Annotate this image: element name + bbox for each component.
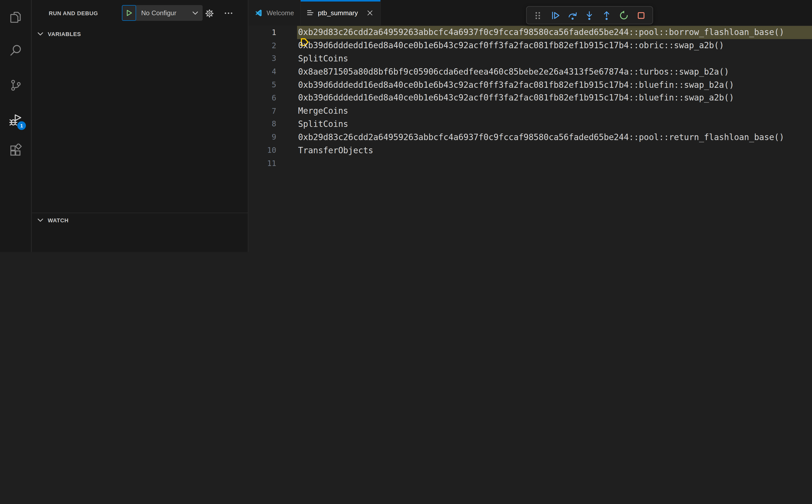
restart-button[interactable]	[617, 9, 631, 22]
code-editor[interactable]: 1 0xb29d83c26cdd2a64959263abbcfc4a6937f0…	[249, 26, 812, 170]
line-number: 9	[261, 133, 276, 142]
code-line[interactable]: 8 SplitCoins	[249, 117, 812, 131]
step-out-button[interactable]	[600, 9, 613, 22]
configure-gear-icon[interactable]	[203, 7, 216, 20]
line-text[interactable]: SplitCoins	[297, 117, 812, 131]
line-number: 3	[261, 54, 276, 63]
editor-group: Welcome ptb_summary	[249, 0, 812, 252]
tab-label: Welcome	[266, 9, 294, 16]
line-number: 5	[261, 80, 276, 89]
run-and-debug-icon[interactable]: 1	[4, 108, 28, 132]
activity-bar: 1 1	[0, 0, 31, 252]
tab-welcome[interactable]: Welcome	[249, 0, 301, 25]
line-text[interactable]: 0x8ae871505a80d8bf6bf9c05906cda6edfeea46…	[297, 65, 812, 78]
breakpoint-margin[interactable]	[249, 131, 261, 144]
vscode-logo-icon	[255, 9, 262, 16]
drag-handle-icon[interactable]	[532, 9, 545, 22]
breakpoint-margin[interactable]	[249, 78, 261, 91]
code-line[interactable]: 6 0xb39d6dddedd16ed8a40ce0b1e6b43c92acf0…	[249, 91, 812, 105]
chevron-down-icon	[38, 218, 43, 222]
run-and-debug-sidebar: RUN AND DEBUG No Configur VARIABLES WATC…	[32, 0, 248, 252]
tab-ptb-summary[interactable]: ptb_summary	[301, 0, 381, 25]
breakpoint-margin[interactable]	[249, 144, 261, 157]
breakpoint-margin[interactable]	[249, 91, 261, 105]
breakpoint-margin[interactable]	[249, 26, 261, 39]
code-line[interactable]: 4 0x8ae871505a80d8bf6bf9c05906cda6edfeea…	[249, 65, 812, 78]
line-text[interactable]	[297, 157, 812, 170]
code-line[interactable]: 9 0xb29d83c26cdd2a64959263abbcfc4a6937f0…	[249, 131, 812, 144]
line-number: 8	[261, 120, 276, 129]
code-line[interactable]: 3 SplitCoins	[249, 52, 812, 65]
stop-button[interactable]	[634, 9, 648, 22]
breakpoint-margin[interactable]	[249, 117, 261, 131]
continue-button[interactable]	[549, 9, 562, 22]
start-debugging-button[interactable]	[122, 5, 136, 21]
step-into-button[interactable]	[583, 9, 596, 22]
breakpoint-margin[interactable]	[249, 105, 261, 118]
breakpoint-margin[interactable]	[249, 157, 261, 170]
line-text[interactable]: TransferObjects	[297, 144, 812, 157]
line-number: 10	[261, 146, 276, 155]
line-text[interactable]: 0xb39d6dddedd16ed8a40ce0b1e6b43c92acf0ff…	[297, 39, 812, 52]
line-text[interactable]: 0xb39d6dddedd16ed8a40ce0b1e6b43c92acf0ff…	[297, 91, 812, 105]
close-icon[interactable]	[366, 9, 374, 17]
breakpoint-margin[interactable]	[249, 52, 261, 65]
section-header-variables[interactable]: VARIABLES	[32, 27, 248, 41]
chevron-down-icon	[192, 11, 198, 15]
code-line[interactable]: 10 TransferObjects	[249, 144, 812, 157]
code-line[interactable]: 5 0xb39d6dddedd16ed8a40ce0b1e6b43c92acf0…	[249, 78, 812, 91]
breakpoint-margin[interactable]	[249, 65, 261, 78]
line-text[interactable]: 0xb29d83c26cdd2a64959263abbcfc4a6937f0c9…	[297, 26, 812, 39]
vscode-window: 1 1 RUN AND DEBUG No Configur	[0, 0, 812, 252]
line-text[interactable]: 0xb29d83c26cdd2a64959263abbcfc4a6937f0c9…	[297, 131, 812, 144]
code-line[interactable]: 11	[249, 157, 812, 170]
step-over-button[interactable]	[566, 9, 579, 22]
code-line[interactable]: 7 MergeCoins	[249, 105, 812, 118]
line-number: 6	[261, 93, 276, 103]
more-actions-icon[interactable]	[222, 7, 235, 20]
sidebar-title: RUN AND DEBUG	[49, 0, 98, 26]
debug-toolbar	[526, 6, 653, 24]
debug-config-control: No Configur	[122, 5, 203, 21]
code-line[interactable]: 1 0xb29d83c26cdd2a64959263abbcfc4a6937f0…	[249, 26, 812, 39]
line-number: 4	[261, 67, 276, 76]
section-label: VARIABLES	[48, 31, 81, 37]
list-file-icon	[307, 9, 314, 16]
tab-label: ptb_summary	[318, 9, 358, 16]
line-number: 7	[261, 106, 276, 115]
line-text[interactable]: 0xb39d6dddedd16ed8a40ce0b1e6b43c92acf0ff…	[297, 78, 812, 91]
section-header-watch[interactable]: WATCH	[32, 213, 248, 227]
line-number: 2	[261, 41, 276, 50]
line-text[interactable]: SplitCoins	[297, 52, 812, 65]
configuration-label: No Configur	[141, 9, 176, 17]
explorer-icon[interactable]	[4, 5, 28, 29]
source-control-icon[interactable]	[4, 73, 28, 97]
line-number: 11	[261, 159, 276, 168]
extensions-icon[interactable]	[4, 138, 28, 162]
configuration-dropdown[interactable]: No Configur	[136, 5, 203, 21]
section-label: WATCH	[48, 217, 69, 223]
line-number: 1	[261, 28, 276, 37]
current-frame-marker-icon	[240, 28, 249, 37]
breakpoint-margin[interactable]	[249, 39, 261, 52]
debug-badge: 1	[17, 121, 26, 130]
search-icon[interactable]	[4, 38, 28, 62]
line-text[interactable]: MergeCoins	[297, 105, 812, 118]
code-line[interactable]: 2 0xb39d6dddedd16ed8a40ce0b1e6b43c92acf0…	[249, 39, 812, 52]
chevron-down-icon	[38, 32, 43, 36]
